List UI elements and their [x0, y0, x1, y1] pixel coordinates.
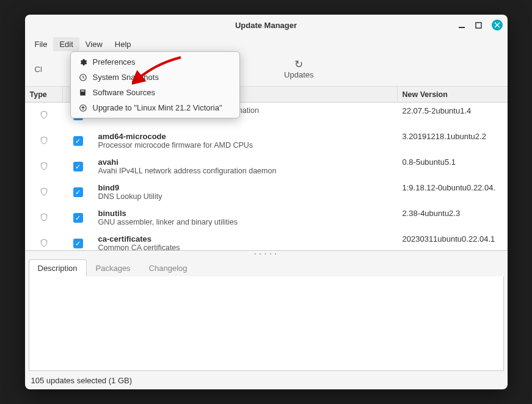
minimize-icon: [458, 21, 465, 29]
shield-icon: [40, 110, 48, 121]
shield-icon: [40, 135, 48, 147]
table-row[interactable]: ✓ amd64-microcode Processor microcode fi…: [25, 128, 508, 154]
update-manager-window: Update Manager File Edit View Help Cl ↻ …: [25, 15, 508, 389]
package-name: binutils: [98, 209, 393, 218]
maximize-icon: [475, 22, 482, 29]
type-cell: [25, 132, 63, 150]
version-cell: 22.07.5-2ubuntu1.4: [398, 106, 508, 115]
status-text: 105 updates selected (1 GB): [31, 376, 133, 385]
name-cell: binutils GNU assembler, linker and binar…: [93, 209, 398, 226]
package-desc: Avahi IPv4LL network address configurati…: [98, 167, 393, 175]
column-version[interactable]: New Version: [398, 87, 508, 102]
type-cell: [25, 209, 63, 227]
menu-help[interactable]: Help: [109, 37, 137, 51]
checkbox-checked-icon[interactable]: ✓: [73, 187, 83, 197]
statusbar: 105 updates selected (1 GB): [25, 371, 508, 389]
checkbox-checked-icon[interactable]: ✓: [73, 136, 83, 146]
checkbox-checked-icon[interactable]: ✓: [73, 213, 83, 223]
menu-preferences[interactable]: Preferences: [71, 54, 239, 70]
package-desc: DNS Lookup Utility: [98, 192, 393, 201]
menu-snapshots-label: System Snapshots: [93, 73, 159, 82]
shield-icon: [40, 161, 48, 173]
detail-tabs: Description Packages Changelog: [25, 256, 508, 276]
refresh-icon: ↻: [294, 59, 303, 70]
package-desc: GNU assembler, linker and binary utiliti…: [98, 218, 393, 226]
window-controls: [457, 20, 503, 31]
table-row[interactable]: ✓ ca-certificates Common CA certificates…: [25, 231, 508, 251]
version-cell: 3.20191218.1ubuntu2.2: [398, 132, 508, 141]
menu-preferences-label: Preferences: [93, 57, 136, 67]
shield-icon: [40, 187, 48, 198]
menu-sources-label: Software Sources: [93, 88, 156, 97]
type-cell: [25, 183, 63, 201]
close-icon: [494, 22, 500, 28]
package-name: amd64-microcode: [98, 132, 393, 141]
version-cell: 2.38-4ubuntu2.3: [398, 209, 508, 218]
svg-rect-6: [81, 90, 84, 92]
type-cell: [25, 106, 63, 124]
table-row[interactable]: ✓ avahi Avahi IPv4LL network address con…: [25, 154, 508, 179]
minimize-button[interactable]: [457, 21, 466, 29]
menu-edit[interactable]: Edit: [53, 37, 79, 51]
tab-packages[interactable]: Packages: [87, 259, 140, 276]
menu-file[interactable]: File: [29, 37, 54, 51]
edit-dropdown: Preferences System Snapshots Software So…: [70, 51, 240, 118]
version-cell: 0.8-5ubuntu5.1: [398, 157, 508, 167]
menu-upgrade-label: Upgrade to "Linux Mint 21.2 Victoria": [93, 103, 222, 112]
packages-table[interactable]: ✓ Query and manipulate user account info…: [25, 103, 508, 251]
clear-button[interactable]: Cl: [30, 63, 47, 75]
svg-rect-5: [80, 90, 86, 96]
updates-button[interactable]: ↻ Updates: [279, 58, 318, 81]
package-name: ca-certificates: [98, 234, 393, 243]
menu-upgrade[interactable]: Upgrade to "Linux Mint 21.2 Victoria": [71, 100, 239, 115]
titlebar: Update Manager: [25, 15, 508, 35]
updates-partial-label: Updates: [284, 70, 313, 79]
column-type[interactable]: Type: [25, 87, 63, 102]
menubar: File Edit View Help: [25, 35, 508, 52]
close-button[interactable]: [492, 20, 503, 31]
menu-view[interactable]: View: [79, 37, 109, 51]
table-row[interactable]: ✓ bind9 DNS Lookup Utility 1:9.18.12-0ub…: [25, 179, 508, 205]
tab-description[interactable]: Description: [29, 259, 87, 276]
table-row[interactable]: ✓ binutils GNU assembler, linker and bin…: [25, 205, 508, 231]
shield-icon: [40, 212, 48, 224]
detail-panel: [29, 276, 504, 371]
clock-icon: [78, 73, 88, 82]
svg-rect-1: [476, 23, 481, 28]
check-cell[interactable]: ✓: [63, 157, 93, 176]
check-cell[interactable]: ✓: [63, 183, 93, 201]
name-cell: bind9 DNS Lookup Utility: [93, 183, 398, 201]
menu-software-sources[interactable]: Software Sources: [71, 85, 239, 100]
shield-icon: [40, 238, 48, 250]
tab-changelog[interactable]: Changelog: [140, 259, 197, 276]
checkbox-checked-icon[interactable]: ✓: [73, 239, 83, 248]
package-desc: Common CA certificates: [98, 243, 393, 251]
package-name: avahi: [98, 157, 393, 167]
name-cell: avahi Avahi IPv4LL network address confi…: [93, 157, 398, 175]
package-desc: Processor microcode firmware for AMD CPU…: [98, 141, 393, 150]
check-cell[interactable]: ✓: [63, 132, 93, 150]
checkbox-checked-icon[interactable]: ✓: [73, 162, 83, 171]
window-title: Update Manager: [235, 21, 297, 30]
clear-partial-label: Cl: [35, 65, 42, 74]
menu-system-snapshots[interactable]: System Snapshots: [71, 70, 239, 85]
maximize-button[interactable]: [475, 21, 483, 29]
version-cell: 20230311ubuntu0.22.04.1: [398, 234, 508, 243]
version-cell: 1:9.18.12-0ubuntu0.22.04.: [398, 183, 508, 192]
check-cell[interactable]: ✓: [63, 234, 93, 251]
disk-icon: [78, 88, 88, 96]
package-name: bind9: [98, 183, 393, 192]
name-cell: amd64-microcode Processor microcode firm…: [93, 132, 398, 150]
upgrade-icon: [78, 104, 88, 112]
type-cell: [25, 234, 63, 251]
type-cell: [25, 157, 63, 176]
check-cell[interactable]: ✓: [63, 209, 93, 227]
splitter[interactable]: • • • • •: [25, 251, 508, 256]
name-cell: ca-certificates Common CA certificates: [93, 234, 398, 251]
gear-icon: [78, 58, 88, 67]
